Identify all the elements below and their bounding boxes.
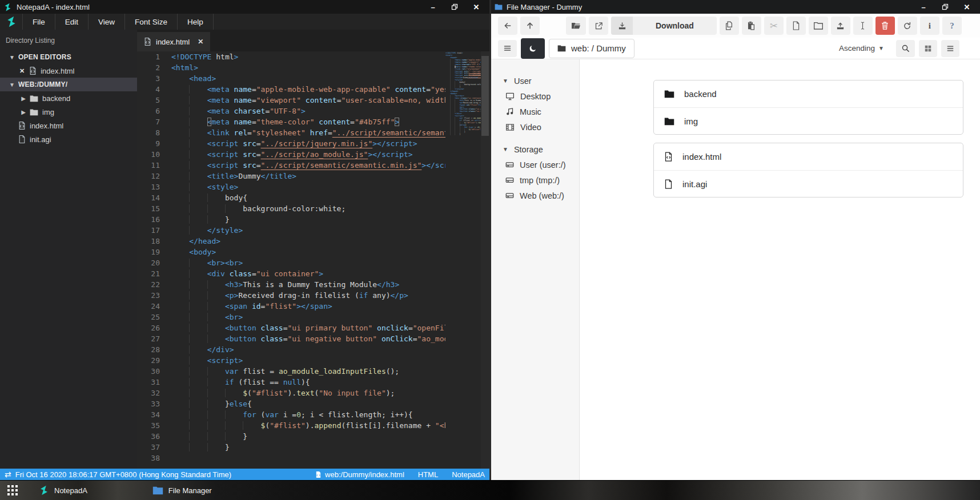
start-menu-button[interactable] — [0, 481, 25, 500]
refresh-button[interactable] — [898, 17, 917, 35]
open-editor-item[interactable]: ✕ index.html — [0, 64, 137, 78]
open-editors-header[interactable]: ▼ OPEN EDITORS — [0, 50, 137, 64]
sort-order-dropdown[interactable]: Ascending — [839, 44, 875, 53]
menu-help[interactable]: Help — [178, 14, 214, 30]
code-line[interactable]: <meta charset="UTF-8"> — [171, 106, 445, 116]
info-button[interactable]: i — [920, 17, 939, 35]
code-line[interactable]: for (var i =0; i < flist.length; i++){ — [171, 409, 445, 420]
code-line[interactable]: <h3>This is a Dummy Testing Module</h3> — [171, 279, 445, 290]
file-row-img[interactable]: img — [654, 107, 963, 134]
code-line[interactable]: var flist = ao_module_loadInputFiles(); — [171, 366, 445, 377]
code-line[interactable]: <html> — [171, 62, 445, 73]
copy-button[interactable] — [720, 17, 739, 35]
new-file-button[interactable] — [786, 17, 806, 35]
list-view-button[interactable] — [941, 40, 959, 57]
restore-icon[interactable] — [935, 1, 955, 13]
code-line[interactable]: <br> — [171, 312, 445, 322]
code-line[interactable]: <button class="ui negative button" onCli… — [171, 333, 445, 344]
close-icon[interactable]: ✕ — [467, 1, 486, 13]
code-line[interactable]: background-color:white; — [171, 203, 445, 214]
help-button[interactable]: ? — [942, 17, 962, 35]
minimize-icon[interactable]: – — [423, 1, 443, 13]
file-row-index-html[interactable]: index.html — [654, 143, 963, 170]
code-line[interactable]: <meta name="apple-mobile-web-app-capable… — [171, 84, 445, 95]
text-cursor-button[interactable] — [853, 17, 873, 35]
code-line[interactable]: <head> — [171, 73, 445, 84]
menu-view[interactable]: View — [89, 14, 125, 30]
code-line[interactable]: <meta name="viewport" content="user-scal… — [171, 95, 445, 106]
menu-font-size[interactable]: Font Size — [125, 14, 178, 30]
code-line[interactable]: <title>Dummy</title> — [171, 171, 445, 182]
sidebar-item-video[interactable]: Video — [491, 119, 579, 135]
tree-item-init-agi[interactable]: init.agi — [0, 132, 137, 146]
code-line[interactable] — [171, 453, 445, 463]
code-line[interactable] — [445, 136, 481, 138]
code-line[interactable]: <link rel="stylesheet" href="../script/s… — [171, 127, 445, 138]
up-button[interactable] — [520, 17, 540, 35]
code-line[interactable]: </head> — [171, 236, 445, 247]
cut-button[interactable]: ✂ — [764, 17, 784, 35]
paste-button[interactable] — [742, 17, 761, 35]
file-row-backend[interactable]: backend — [654, 80, 963, 107]
minimap[interactable]: <!DOCTYPE html><html> <head> <meta name=… — [445, 51, 481, 469]
sidebar-item-music[interactable]: Music — [491, 104, 579, 119]
restore-icon[interactable] — [445, 1, 464, 13]
code-line[interactable]: </style> — [171, 225, 445, 236]
code-line[interactable]: <div class="ui container"> — [171, 268, 445, 279]
code-line[interactable]: } — [171, 442, 445, 453]
hamburger-menu-button[interactable] — [498, 40, 517, 57]
tree-item-index-html[interactable]: index.html — [0, 119, 137, 132]
sidebar-item-desktop[interactable]: Desktop — [491, 88, 579, 104]
caret-down-icon[interactable]: ▼ — [878, 45, 884, 51]
code-line[interactable]: <style> — [171, 182, 445, 192]
upload-button[interactable] — [831, 17, 850, 35]
code-line[interactable]: } — [171, 214, 445, 225]
workspace-root[interactable]: ▼ WEB:/DUMMY/ — [0, 78, 137, 91]
back-button[interactable] — [498, 17, 517, 35]
new-folder-button[interactable] — [809, 17, 828, 35]
tab-index-html[interactable]: index.html ✕ — [137, 32, 210, 51]
code-line[interactable]: body{ — [171, 192, 445, 203]
tree-item-backend[interactable]: ▶ backend — [0, 91, 137, 105]
scrollbar-thumb[interactable] — [481, 56, 489, 136]
code-line[interactable]: <body> — [171, 247, 445, 257]
code-line[interactable]: <p>Received drag-in filelist (if any)</p… — [171, 290, 445, 301]
code-line[interactable]: <!DOCTYPE html> — [171, 51, 445, 62]
delete-button[interactable] — [875, 17, 895, 35]
sidebar-item-web-drive[interactable]: Web (web:/) — [491, 188, 579, 203]
code-line[interactable]: } — [171, 431, 445, 442]
taskbar-item-notepada[interactable]: NotepadA — [33, 481, 93, 500]
section-storage[interactable]: ▼ Storage — [491, 142, 579, 157]
code-line[interactable]: }else{ — [171, 398, 445, 409]
code-area[interactable]: <!DOCTYPE html><html> <head> <meta name=… — [171, 51, 445, 469]
code-line[interactable]: <script src="../script/semantic/semantic… — [171, 160, 445, 171]
close-tab-icon[interactable]: ✕ — [198, 38, 203, 46]
code-line[interactable]: <script src="../script/jquery.min.js"></… — [171, 138, 445, 149]
code-line[interactable]: <button class="ui primary button" onclic… — [171, 322, 445, 333]
file-row-init-agi[interactable]: init.agi — [654, 170, 963, 197]
code-line[interactable]: <meta name="theme-color" content="#4b75f… — [171, 116, 445, 127]
close-icon[interactable]: ✕ — [19, 67, 25, 75]
code-line[interactable]: <script> — [171, 355, 445, 366]
theme-toggle-button[interactable] — [521, 38, 545, 59]
menu-edit[interactable]: Edit — [55, 14, 89, 30]
code-line[interactable]: <br><br> — [171, 257, 445, 268]
section-user[interactable]: ▼ User — [491, 73, 579, 88]
breadcrumb[interactable]: web: / Dummy — [549, 39, 634, 58]
open-external-button[interactable] — [589, 17, 608, 35]
menu-file[interactable]: File — [23, 14, 55, 30]
close-icon[interactable]: ✕ — [957, 1, 977, 13]
code-line[interactable]: <span id="flist"></span> — [171, 301, 445, 312]
tree-item-img[interactable]: ▶ img — [0, 105, 137, 119]
open-folder-button[interactable] — [566, 17, 586, 35]
search-button[interactable] — [896, 40, 915, 57]
download-button[interactable]: Download — [611, 17, 717, 35]
sidebar-item-tmp-drive[interactable]: tmp (tmp:/) — [491, 172, 579, 188]
taskbar-item-file-manager[interactable]: File Manager — [147, 481, 218, 500]
editor-scrollbar[interactable] — [481, 51, 489, 469]
grid-view-button[interactable] — [919, 40, 937, 57]
code-line[interactable]: <script src="../script/ao_module.js"></s… — [171, 149, 445, 160]
sidebar-item-user-drive[interactable]: User (user:/) — [491, 157, 579, 172]
code-line[interactable]: $("#flist").text("No input file"); — [171, 388, 445, 398]
minimize-icon[interactable]: – — [914, 1, 933, 13]
